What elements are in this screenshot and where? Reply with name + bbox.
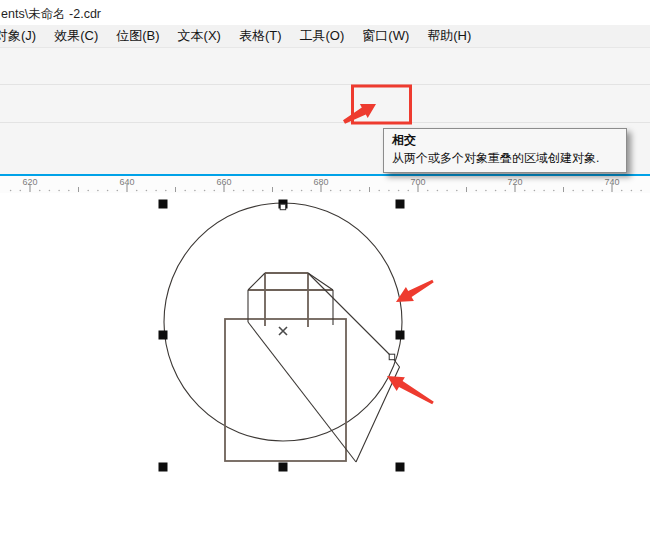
menu-table[interactable]: 表格(T)	[230, 27, 291, 45]
annotation-arrow-node	[387, 376, 434, 404]
tooltip-intersect: 相交 从两个或多个对象重叠的区域创建对象.	[383, 128, 627, 173]
ruler-ticks	[0, 176, 650, 193]
drawing-canvas[interactable]	[0, 193, 650, 557]
tooltip-title: 相交	[392, 132, 618, 149]
title-bar: ents\未命名 -2.cdr	[0, 0, 650, 25]
menu-window[interactable]: 窗口(W)	[353, 27, 418, 45]
window-title: ents\未命名 -2.cdr	[1, 6, 101, 23]
curve-node-top[interactable]	[280, 204, 286, 210]
annotation-arrow-circle-edge	[396, 280, 434, 302]
menu-bitmaps[interactable]: 位图(B)	[107, 27, 168, 45]
property-bar: 100.0 % 100.0 % ↺ 0.0 0.2	[0, 84, 650, 122]
menu-effects[interactable]: 效果(C)	[45, 27, 107, 45]
menu-help[interactable]: 帮助(H)	[418, 27, 480, 45]
center-x-marker	[279, 327, 287, 335]
horizontal-ruler[interactable]: 620 640 660 680 700 720 740	[0, 174, 650, 193]
selection-handles[interactable]	[159, 200, 405, 472]
shape-circle[interactable]	[164, 203, 402, 441]
menu-tools[interactable]: 工具(O)	[291, 27, 354, 45]
shape-bag-rectangle[interactable]	[225, 319, 346, 461]
curve-node-right[interactable]	[389, 354, 395, 360]
standard-toolbar: ↺ ↻ PDF 127% 贴齐(T) ⚙ 启动	[0, 48, 650, 84]
tooltip-description: 从两个或多个对象重叠的区域创建对象.	[392, 150, 618, 167]
menu-bar: 对象(J) 效果(C) 位图(B) 文本(X) 表格(T) 工具(O) 窗口(W…	[0, 25, 650, 48]
menu-text[interactable]: 文本(X)	[169, 27, 230, 45]
menu-object[interactable]: 对象(J)	[0, 27, 45, 45]
